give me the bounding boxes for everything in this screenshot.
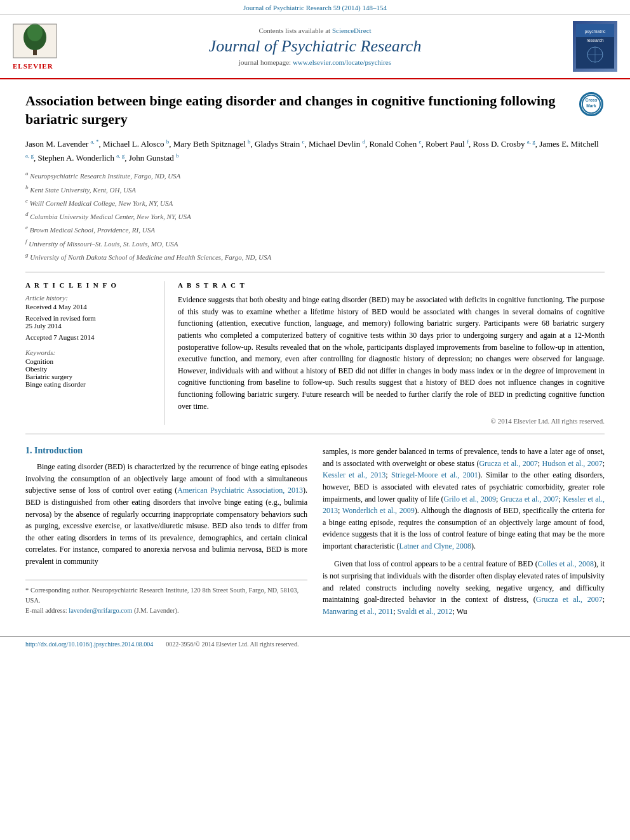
ref-wonderlich-2009[interactable]: Wonderlich et al., 2009 [342, 506, 415, 515]
journal-homepage: journal homepage: www.elsevier.com/locat… [70, 58, 560, 66]
keywords-heading: Keywords: [25, 349, 154, 356]
ref-hudson-2007[interactable]: Hudson et al., 2007 [542, 459, 603, 468]
ref-apa-2013[interactable]: American Psychiatric Association, 2013 [177, 486, 303, 495]
svg-text:psychiatric: psychiatric [584, 29, 606, 34]
email-label: E-mail address: [25, 607, 67, 614]
email-note: E-mail address: lavender@nrifargo.com (J… [25, 606, 307, 616]
ronald-cohen-author: Ronald Cohen [369, 140, 417, 149]
sciencedirect-link[interactable]: ScienceDirect [332, 27, 372, 34]
article-title-area: Association between binge eating disorde… [25, 92, 605, 128]
abstract-column: A B S T R A C T Evidence suggests that b… [178, 281, 605, 425]
doi-link[interactable]: http://dx.doi.org/10.1016/j.jpsychires.2… [25, 641, 153, 648]
ref-colles-2008[interactable]: Colles et al., 2008 [538, 559, 594, 568]
article-info-column: A R T I C L E I N F O Article history: R… [25, 281, 165, 425]
elsevier-tree-icon [13, 23, 57, 58]
journal-thumbnail-area: psychiatric research [560, 21, 617, 72]
body-columns: 1. Introduction Binge eating disorder (B… [25, 446, 605, 623]
ref-grilo-2009[interactable]: Grilo et al., 2009 [444, 495, 496, 503]
ref-grucza-2007b[interactable]: Grucza et al., 2007 [500, 495, 559, 503]
crossmark-icon: Cross Mark [579, 92, 603, 116]
journal-cover-thumbnail: psychiatric research [573, 21, 617, 72]
svg-text:research: research [586, 38, 603, 43]
sciencedirect-line: Contents lists available at ScienceDirec… [70, 27, 560, 34]
corresponding-author-note: * Corresponding author. Neuropsychiatric… [25, 585, 307, 606]
ref-manwaring-2011[interactable]: Manwaring et al., 2011 [323, 607, 393, 616]
affiliation-a: a Neuropsychiatric Research Institute, F… [25, 169, 605, 182]
journal-top-bar: Journal of Psychiatric Research 59 (2014… [0, 0, 630, 15]
journal-title: Journal of Psychiatric Research [70, 37, 560, 56]
affiliation-c: c Weill Cornell Medical College, New Yor… [25, 196, 605, 209]
article-history-label: Article history: [25, 294, 154, 302]
received-date: Received 4 May 2014 [25, 303, 154, 310]
body-right-column: samples, is more gender balanced in term… [323, 446, 605, 623]
keyword-bariatric: Bariatric surgery [25, 373, 154, 380]
intro-heading: 1. Introduction [25, 446, 307, 456]
article-info-heading: A R T I C L E I N F O [25, 281, 154, 289]
issn-notice: 0022-3956/© 2014 Elsevier Ltd. All right… [166, 641, 298, 648]
affiliation-d: d Columbia University Medical Center, Ne… [25, 210, 605, 222]
author-email-link[interactable]: lavender@nrifargo.com [69, 607, 132, 614]
journal-header: ELSEVIER Contents lists available at Sci… [0, 15, 630, 79]
divider-2 [25, 434, 605, 434]
svg-text:Mark: Mark [586, 103, 596, 108]
divider-1 [25, 272, 605, 272]
affiliation-e: e Brown Medical School, Providence, RI, … [25, 223, 605, 236]
ref-kessler-2013[interactable]: Kessler et al., 2013 [323, 470, 385, 479]
email-person: (J.M. Lavender). [134, 607, 179, 614]
affiliation-g: g University of North Dakota School of M… [25, 250, 605, 263]
affiliation-f: f University of Missouri–St. Louis, St. … [25, 237, 605, 250]
right-para1: samples, is more gender balanced in term… [323, 446, 605, 552]
info-abstract-section: A R T I C L E I N F O Article history: R… [25, 281, 605, 425]
article-title-text: Association between binge eating disorde… [25, 93, 555, 127]
footnote-section: * Corresponding author. Neuropsychiatric… [25, 580, 307, 615]
affiliation-b: b Kent State University, Kent, OH, USA [25, 183, 605, 196]
ref-latner-2008[interactable]: Latner and Clyne, 2008 [399, 542, 471, 550]
bottom-bar: http://dx.doi.org/10.1016/j.jpsychires.2… [0, 636, 630, 651]
page: Journal of Psychiatric Research 59 (2014… [0, 0, 630, 840]
right-para2: Given that loss of control appears to be… [323, 558, 605, 617]
body-left-column: 1. Introduction Binge eating disorder (B… [25, 446, 307, 623]
keyword-cognition: Cognition [25, 357, 154, 365]
elsevier-label: ELSEVIER [13, 62, 70, 70]
ref-grucza-2007c[interactable]: Grucza et al., 2007 [536, 595, 603, 604]
cover-image: psychiatric research [576, 24, 614, 69]
accepted-date: Accepted 7 August 2014 [25, 333, 154, 341]
copyright-notice: © 2014 Elsevier Ltd. All rights reserved… [178, 417, 605, 425]
keywords-section: Keywords: Cognition Obesity Bariatric su… [25, 349, 154, 388]
svg-point-3 [27, 23, 43, 41]
journal-homepage-link[interactable]: www.elsevier.com/locate/psychires [293, 58, 391, 66]
affiliations-list: a Neuropsychiatric Research Institute, F… [25, 169, 605, 263]
abstract-body: Evidence suggests that both obesity and … [178, 294, 605, 412]
svg-text:Cross: Cross [586, 98, 598, 102]
elsevier-logo-area: ELSEVIER [13, 23, 70, 70]
revised-date: Received in revised form25 July 2014 [25, 314, 154, 330]
article-content: Association between binge eating disorde… [0, 79, 630, 636]
abstract-heading: A B S T R A C T [178, 281, 605, 289]
ref-striegel-moore-2001[interactable]: Striegel-Moore et al., 2001 [391, 470, 478, 479]
ref-svaldi-2012[interactable]: Svaldi et al., 2012 [398, 607, 453, 616]
keyword-obesity: Obesity [25, 365, 154, 373]
keyword-bed: Binge eating disorder [25, 380, 154, 388]
article-body: 1. Introduction Binge eating disorder (B… [25, 446, 605, 623]
crossmark-badge[interactable]: Cross Mark [579, 92, 605, 117]
journal-citation: Journal of Psychiatric Research 59 (2014… [243, 4, 387, 11]
ref-grucza-2007[interactable]: Grucza et al., 2007 [479, 459, 537, 468]
journal-header-center: Contents lists available at ScienceDirec… [70, 27, 560, 66]
authors-line: Jason M. Lavender a, *, Michael L. Alosc… [25, 137, 605, 165]
intro-para1: Binge eating disorder (BED) is character… [25, 461, 307, 567]
